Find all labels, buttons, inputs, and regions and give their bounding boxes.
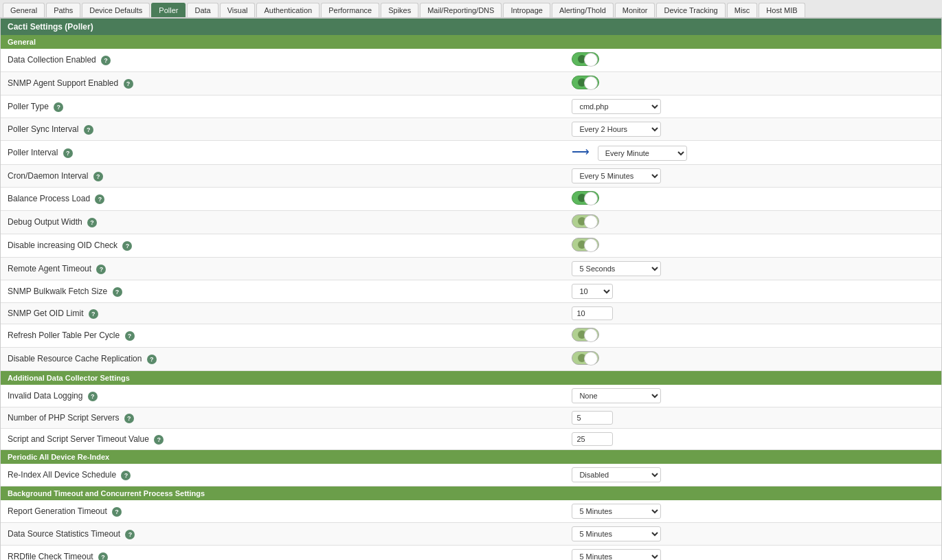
- help-cron-interval[interactable]: ?: [93, 172, 103, 181]
- help-datasource-timeout[interactable]: ?: [125, 530, 135, 539]
- help-disable-oid[interactable]: ?: [122, 241, 132, 251]
- help-disable-cache[interactable]: ?: [147, 355, 157, 364]
- help-poller-interval[interactable]: ?: [63, 148, 73, 158]
- select-report-timeout[interactable]: 5 Minutes 10 Minutes: [572, 504, 661, 519]
- select-remote-timeout[interactable]: 5 Seconds 10 Seconds 30 Seconds: [572, 261, 661, 276]
- label-snmp-oid-limit: SNMP Get OID Limit ?: [1, 303, 565, 324]
- select-poller-interval[interactable]: Every Minute Every 5 Minutes Every 10 Mi…: [598, 146, 687, 161]
- input-snmp-oid-limit[interactable]: [572, 306, 613, 320]
- periodic-settings-table: Re-Index All Device Schedule ? Disabled …: [1, 464, 941, 486]
- toggle-balance-load[interactable]: [572, 191, 599, 205]
- input-script-timeout[interactable]: [572, 432, 613, 446]
- help-report-timeout[interactable]: ?: [112, 507, 122, 517]
- tab-monitor[interactable]: Monitor: [615, 3, 655, 17]
- background-settings-table: Report Generation Timeout ? 5 Minutes 10…: [1, 500, 941, 560]
- label-balance-load: Balance Process Load ?: [1, 188, 565, 211]
- select-reindex-schedule[interactable]: Disabled Daily Weekly: [572, 467, 661, 482]
- label-invalid-logging: Invalid Data Logging ?: [1, 385, 565, 407]
- row-php-servers: Number of PHP Script Servers ?: [1, 407, 941, 429]
- toggle-data-collection[interactable]: [572, 52, 599, 66]
- help-poller-sync[interactable]: ?: [84, 125, 93, 135]
- row-reindex-schedule: Re-Index All Device Schedule ? Disabled …: [1, 464, 941, 486]
- help-reindex-schedule[interactable]: ?: [121, 471, 131, 480]
- help-rrdfile-timeout[interactable]: ?: [98, 552, 108, 561]
- row-poller-type: Poller Type ? cmd.php spine: [1, 96, 941, 118]
- label-snmp-bulkwalk: SNMP Bulkwalk Fetch Size ?: [1, 280, 565, 303]
- tab-device-defaults[interactable]: Device Defaults: [82, 3, 150, 17]
- select-invalid-logging[interactable]: None Warning Error: [572, 388, 661, 403]
- select-snmp-bulkwalk[interactable]: 10 25 50: [572, 284, 613, 299]
- tab-poller[interactable]: Poller: [151, 3, 186, 17]
- help-script-timeout[interactable]: ?: [154, 435, 164, 445]
- tab-authentication[interactable]: Authentication: [256, 3, 319, 17]
- help-snmp-oid-limit[interactable]: ?: [89, 309, 98, 319]
- control-rrdfile-timeout: 5 Minutes 10 Minutes: [565, 546, 941, 561]
- tab-intropage[interactable]: Intropage: [503, 3, 550, 17]
- section-periodic: Periodic All Device Re-Index: [1, 450, 941, 464]
- tab-host-mib[interactable]: Host MIB: [759, 3, 805, 17]
- help-invalid-logging[interactable]: ?: [88, 392, 98, 401]
- select-cron-interval[interactable]: Every 5 Minutes Every Minute Every 10 Mi…: [572, 168, 661, 183]
- help-balance-load[interactable]: ?: [95, 194, 104, 204]
- help-data-collection[interactable]: ?: [101, 56, 111, 65]
- control-debug-width: [565, 211, 941, 234]
- help-php-servers[interactable]: ?: [124, 414, 134, 423]
- toggle-debug-width[interactable]: [572, 214, 599, 228]
- select-rrdfile-timeout[interactable]: 5 Minutes 10 Minutes: [572, 549, 661, 560]
- row-disable-oid: Disable increasing OID Check ?: [1, 234, 941, 258]
- toggle-snmp-agent[interactable]: [572, 76, 599, 89]
- label-poller-sync: Poller Sync Interval ?: [1, 118, 565, 141]
- select-poller-sync[interactable]: Every 2 Hours Every Hour Every 30 Minute…: [572, 122, 661, 137]
- tab-misc[interactable]: Misc: [727, 3, 758, 17]
- row-script-timeout: Script and Script Server Timeout Value ?: [1, 429, 941, 450]
- help-snmp-bulkwalk[interactable]: ?: [113, 287, 122, 297]
- label-debug-width: Debug Output Width ?: [1, 211, 565, 234]
- input-php-servers[interactable]: [572, 411, 613, 425]
- tab-alerting[interactable]: Alerting/Thold: [552, 3, 614, 17]
- tab-general[interactable]: General: [3, 3, 45, 17]
- row-snmp-bulkwalk: SNMP Bulkwalk Fetch Size ? 10 25 50: [1, 280, 941, 303]
- page-title: Cacti Settings (Poller): [1, 19, 941, 35]
- control-snmp-bulkwalk: 10 25 50: [565, 280, 941, 303]
- tab-spikes[interactable]: Spikes: [381, 3, 418, 17]
- label-disable-cache: Disable Resource Cache Replication ?: [1, 348, 565, 371]
- row-refresh-poller: Refresh Poller Table Per Cycle ?: [1, 324, 941, 348]
- toggle-disable-oid[interactable]: [572, 238, 599, 251]
- label-reindex-schedule: Re-Index All Device Schedule ?: [1, 464, 565, 486]
- select-poller-type[interactable]: cmd.php spine: [572, 99, 661, 114]
- toggle-refresh-poller[interactable]: [572, 328, 599, 341]
- help-remote-timeout[interactable]: ?: [96, 265, 106, 274]
- label-remote-timeout: Remote Agent Timeout ?: [1, 258, 565, 280]
- control-disable-cache: [565, 348, 941, 371]
- control-snmp-oid-limit: [565, 303, 941, 324]
- arrow-poller-interval: ⟶: [572, 144, 590, 159]
- control-remote-timeout: 5 Seconds 10 Seconds 30 Seconds: [565, 258, 941, 280]
- control-script-timeout: [565, 429, 941, 450]
- row-snmp-oid-limit: SNMP Get OID Limit ?: [1, 303, 941, 324]
- label-script-timeout: Script and Script Server Timeout Value ?: [1, 429, 565, 450]
- tab-device-tracking[interactable]: Device Tracking: [656, 3, 725, 17]
- row-cron-interval: Cron/Daemon Interval ? Every 5 Minutes E…: [1, 165, 941, 188]
- select-datasource-timeout[interactable]: 5 Minutes 10 Minutes: [572, 526, 661, 541]
- help-refresh-poller[interactable]: ?: [125, 331, 135, 341]
- control-refresh-poller: [565, 324, 941, 348]
- content-wrapper: Cacti Settings (Poller) General Data Col…: [0, 18, 942, 560]
- tab-visual[interactable]: Visual: [220, 3, 256, 17]
- tab-paths[interactable]: Paths: [46, 3, 80, 17]
- tab-performance[interactable]: Performance: [321, 3, 379, 17]
- tab-mail[interactable]: Mail/Reporting/DNS: [420, 3, 502, 17]
- help-debug-width[interactable]: ?: [87, 218, 97, 227]
- tab-data[interactable]: Data: [187, 3, 218, 17]
- label-poller-interval: Poller Interval ?: [1, 141, 565, 165]
- control-cron-interval: Every 5 Minutes Every Minute Every 10 Mi…: [565, 165, 941, 188]
- tabs-bar: General Paths Device Defaults Poller Dat…: [0, 0, 942, 18]
- help-snmp-agent[interactable]: ?: [124, 79, 133, 89]
- row-poller-interval: Poller Interval ? ⟶ Every Minute Every 5…: [1, 141, 941, 165]
- help-poller-type[interactable]: ?: [54, 102, 63, 112]
- toggle-disable-cache[interactable]: [572, 351, 599, 365]
- label-data-collection: Data Collection Enabled ?: [1, 49, 565, 72]
- control-php-servers: [565, 407, 941, 429]
- label-php-servers: Number of PHP Script Servers ?: [1, 407, 565, 429]
- row-invalid-logging: Invalid Data Logging ? None Warning Erro…: [1, 385, 941, 407]
- row-debug-width: Debug Output Width ?: [1, 211, 941, 234]
